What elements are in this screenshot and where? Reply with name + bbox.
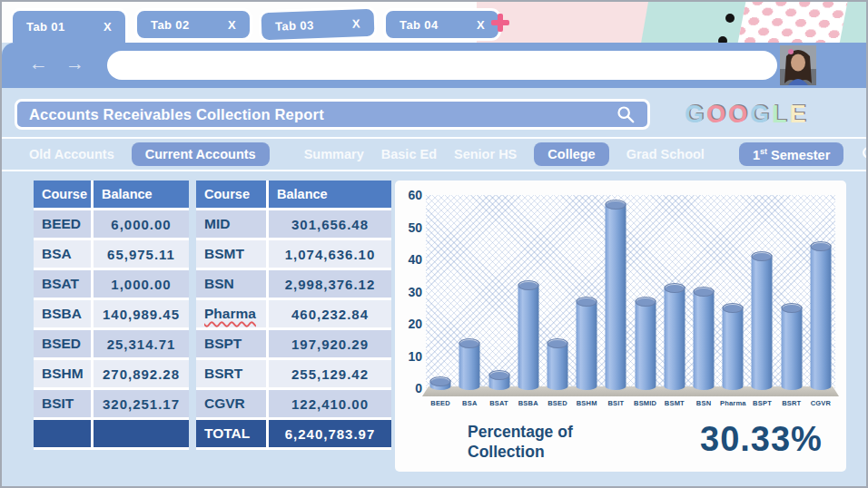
- y-tick-label: 30: [408, 285, 422, 299]
- collection-summary: Percentage of Collection 30.33%: [402, 423, 835, 463]
- plot-area: [426, 195, 835, 388]
- bar-bspt: [752, 255, 773, 390]
- course-cell: CGVR: [196, 390, 269, 420]
- tab-close-icon x-icon[interactable]: X: [104, 20, 112, 34]
- back-button arrow-left-icon[interactable]: ←: [29, 53, 48, 74]
- avatar-photo: [780, 45, 816, 85]
- y-tick-label: 50: [408, 220, 422, 235]
- tab-tab-03[interactable]: Tab 03X: [258, 6, 377, 44]
- tab-tab-04[interactable]: Tab 04X: [383, 8, 501, 41]
- bar-bsit: [606, 203, 626, 390]
- balance-cell: 6,000.00: [94, 210, 189, 240]
- tab-label: Tab 02: [151, 18, 190, 32]
- balance-cell: 255,129.42: [269, 360, 391, 390]
- forward-button arrow-right-icon[interactable]: →: [65, 53, 84, 74]
- filter-bar: Old AccountsCurrent AccountsSummaryBasic…: [2, 137, 866, 171]
- course-cell: Pharma: [196, 300, 269, 330]
- empty-footer-cell: [94, 420, 189, 450]
- x-tick-label: BSAT: [484, 399, 513, 407]
- x-tick-label: BEED: [426, 399, 455, 407]
- filter-college[interactable]: College: [534, 142, 608, 166]
- course-cell: BSRT: [196, 360, 269, 390]
- tab-label: Tab 03: [275, 18, 314, 33]
- bar-bsmt: [664, 287, 685, 390]
- column-header: Course: [196, 181, 269, 210]
- black-dot: [725, 14, 735, 23]
- balance-cell: 1,074,636.10: [269, 240, 391, 270]
- filter-summary[interactable]: Summary: [304, 147, 364, 161]
- column-header: Balance: [94, 181, 189, 210]
- tab-close-icon x-icon[interactable]: X: [228, 18, 236, 32]
- course-cell: BSED: [34, 330, 94, 360]
- total-value-cell: 6,240,783.97: [269, 420, 391, 450]
- main-area: CourseBalanceBEED6,000.00BSA65,975.11BSA…: [2, 171, 866, 472]
- y-tick-label: 10: [408, 349, 422, 364]
- filter-search-icon magnifier-icon[interactable]: [861, 145, 868, 163]
- new-tab-button plus-icon[interactable]: [491, 14, 509, 32]
- bar-bsat: [488, 374, 509, 390]
- balance-cell: 301,656.48: [269, 210, 391, 240]
- balance-cell: 1,000.00: [94, 270, 189, 300]
- balance-cell: 2,998,376.12: [269, 270, 391, 300]
- empty-footer-cell: [34, 420, 94, 450]
- bar-chart: 0102030405060: [402, 188, 835, 388]
- y-tick-label: 40: [408, 252, 422, 267]
- x-tick-label: Pharma: [718, 399, 747, 407]
- summary-label: Percentage of Collection: [468, 423, 613, 463]
- x-tick-label: BSBA: [514, 399, 543, 407]
- x-tick-label: BSMT: [660, 399, 689, 407]
- course-cell: BSA: [34, 240, 94, 270]
- balance-table-left: CourseBalanceBEED6,000.00BSA65,975.11BSA…: [34, 181, 189, 472]
- x-tick-label: CGVR: [806, 399, 835, 407]
- y-tick-label: 20: [408, 317, 422, 331]
- polka-dot-band: [736, 2, 849, 43]
- filter-grad-school[interactable]: Grad School: [626, 147, 705, 161]
- profile-avatar[interactable]: [780, 45, 816, 85]
- title-row: Accounts Receivables Collection Report G…: [2, 88, 866, 135]
- filter-1st-semester[interactable]: 1st Semester: [739, 142, 843, 167]
- tab-strip: Tab 01XTab 02XTab 03XTab 04X: [2, 2, 866, 43]
- filter-current-accounts[interactable]: Current Accounts: [132, 142, 270, 166]
- y-axis: 0102030405060: [402, 195, 426, 388]
- balance-cell: 460,232.84: [269, 300, 391, 330]
- tab-close-icon x-icon[interactable]: X: [352, 16, 361, 30]
- course-cell: BSMT: [196, 240, 269, 270]
- tab-tab-01[interactable]: Tab 01X: [10, 8, 128, 43]
- x-axis: BEEDBSABSATBSBABSEDBSHMBSITBSMIDBSMTBSNP…: [426, 399, 835, 407]
- balance-cell: 320,251.17: [94, 390, 189, 420]
- address-bar[interactable]: [107, 51, 777, 80]
- course-cell: BSN: [196, 270, 269, 300]
- course-cell: BSIT: [34, 390, 94, 420]
- page-content: Accounts Receivables Collection Report G…: [2, 88, 866, 486]
- tab-label: Tab 01: [26, 20, 65, 34]
- tab-label: Tab 04: [399, 18, 439, 32]
- x-tick-label: BSRT: [777, 399, 806, 407]
- filter-senior-hs[interactable]: Senior HS: [454, 147, 517, 161]
- column-header: Course: [34, 181, 94, 210]
- report-search-bar[interactable]: Accounts Receivables Collection Report: [15, 99, 650, 130]
- tab-close-icon x-icon[interactable]: X: [477, 18, 485, 32]
- balance-cell: 270,892.28: [94, 360, 189, 390]
- logo-letter: O: [728, 101, 750, 128]
- summary-value: 30.33%: [700, 420, 823, 459]
- tab-list: Tab 01XTab 02XTab 03XTab 04X: [10, 2, 501, 43]
- tabstrip-decoration: [477, 2, 866, 43]
- black-dot: [718, 36, 727, 43]
- bar-beed: [430, 380, 451, 390]
- x-tick-label: BSHM: [572, 399, 601, 407]
- y-tick-label: 60: [408, 188, 422, 202]
- x-tick-label: BSN: [689, 399, 718, 407]
- logo-letter: L: [772, 101, 790, 128]
- x-tick-label: BSPT: [747, 399, 776, 407]
- bar-bsmid: [635, 300, 656, 390]
- logo-letter: G: [750, 101, 772, 128]
- course-cell: BSHM: [34, 360, 94, 390]
- filter-old-accounts[interactable]: Old Accounts: [29, 147, 114, 161]
- x-tick-label: BSED: [543, 399, 572, 407]
- google-logo: GOOGLE: [685, 101, 809, 129]
- search-icon magnifier-icon[interactable]: [616, 104, 636, 124]
- bar-bsrt: [781, 307, 802, 390]
- x-tick-label: BSA: [455, 399, 484, 407]
- tab-tab-02[interactable]: Tab 02X: [134, 8, 252, 41]
- filter-basic-ed[interactable]: Basic Ed: [381, 147, 437, 161]
